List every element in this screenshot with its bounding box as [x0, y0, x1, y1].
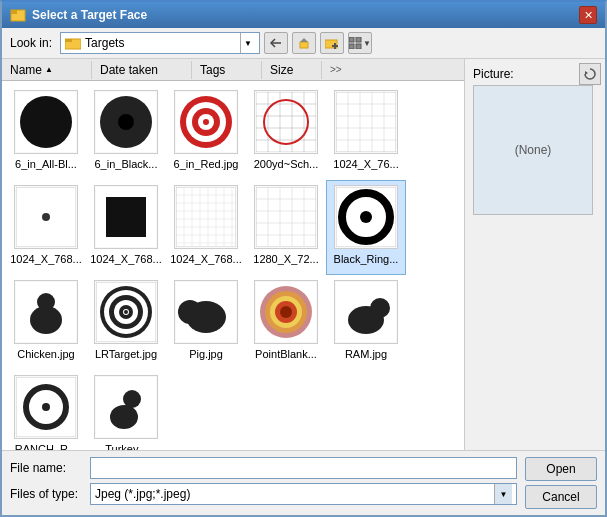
files-of-type-combo[interactable]: Jpeg (*.jpg;*.jpeg) ▼	[90, 483, 517, 505]
file-item[interactable]: 1024_X_768...	[6, 180, 86, 275]
preview-none-text: (None)	[515, 143, 552, 157]
file-thumbnail	[334, 185, 398, 249]
svg-point-93	[178, 300, 202, 324]
preview-refresh-button[interactable]	[579, 63, 601, 85]
look-in-value: Targets	[85, 36, 124, 50]
file-item[interactable]: 6_in_Black...	[86, 85, 166, 180]
file-name-input[interactable]	[90, 457, 517, 479]
col-date[interactable]: Date taken	[92, 61, 192, 79]
svg-point-78	[360, 211, 372, 223]
svg-point-15	[20, 96, 72, 148]
svg-point-102	[370, 298, 390, 318]
select-target-face-dialog: Select a Target Face ✕ Look in: Targets …	[0, 0, 607, 517]
file-item[interactable]: 6_in_Red.jpg	[166, 85, 246, 180]
file-item[interactable]: Black_Ring...	[326, 180, 406, 275]
svg-point-49	[42, 213, 50, 221]
cancel-button[interactable]: Cancel	[525, 485, 597, 509]
svg-marker-109	[585, 71, 588, 75]
svg-point-24	[203, 119, 209, 125]
look-in-arrow[interactable]: ▼	[240, 33, 255, 53]
file-item[interactable]: LRTarget.jpg	[86, 275, 166, 370]
bottom-form-area: File name: Files of type: Jpeg (*.jpg;*.…	[10, 457, 597, 509]
file-thumbnail	[254, 90, 318, 154]
file-thumbnail	[14, 280, 78, 344]
svg-rect-10	[349, 37, 354, 42]
open-button[interactable]: Open	[525, 457, 597, 481]
file-name: Chicken.jpg	[17, 348, 74, 361]
filename-row: File name:	[10, 457, 517, 479]
file-item[interactable]: 200yd~Sch...	[246, 85, 326, 180]
svg-rect-67	[256, 187, 316, 247]
file-thumbnail	[94, 280, 158, 344]
svg-rect-13	[356, 44, 361, 49]
dialog-title: Select a Target Face	[32, 8, 147, 22]
col-size[interactable]: Size	[262, 61, 322, 79]
svg-point-107	[110, 405, 138, 429]
svg-point-82	[37, 293, 55, 311]
file-item[interactable]: Chicken.jpg	[6, 275, 86, 370]
file-thumbnail	[14, 185, 78, 249]
file-item[interactable]: 6_in_All-Bl...	[6, 85, 86, 180]
svg-rect-3	[65, 39, 72, 42]
file-item[interactable]: 1280_X_72...	[246, 180, 326, 275]
col-tags[interactable]: Tags	[192, 61, 262, 79]
file-item[interactable]: 1024_X_768...	[86, 180, 166, 275]
preview-panel: Picture: (None)	[465, 59, 605, 450]
main-content: Name ▲ Date taken Tags Size >> 6_in_All-…	[2, 59, 605, 450]
button-group: Open Cancel	[525, 457, 597, 509]
close-button[interactable]: ✕	[579, 6, 597, 24]
svg-rect-5	[300, 42, 308, 48]
toolbar: Look in: Targets ▼	[2, 28, 605, 59]
title-bar: Select a Target Face ✕	[2, 2, 605, 28]
file-thumbnail	[94, 375, 158, 439]
file-thumbnail	[14, 90, 78, 154]
refresh-icon	[583, 67, 597, 81]
file-thumbnail	[174, 185, 238, 249]
sort-arrow: ▲	[45, 65, 53, 74]
files-of-type-arrow[interactable]: ▼	[494, 484, 512, 504]
file-name: PointBlank...	[255, 348, 317, 361]
up-button[interactable]	[292, 32, 316, 54]
folder-icon	[65, 36, 81, 50]
views-icon	[349, 37, 363, 49]
file-thumbnail	[94, 90, 158, 154]
file-item[interactable]: RANCH_R...	[6, 370, 86, 450]
svg-rect-39	[336, 92, 396, 152]
preview-area: (None)	[473, 85, 593, 215]
file-thumbnail	[94, 185, 158, 249]
files-of-type-label: Files of type:	[10, 487, 90, 501]
file-item[interactable]: Turkey...	[86, 370, 166, 450]
file-item[interactable]: PointBlank...	[246, 275, 326, 370]
svg-point-99	[280, 306, 292, 318]
file-name: 1024_X_76...	[333, 158, 398, 171]
col-more[interactable]: >>	[322, 62, 346, 77]
file-item[interactable]: 1024_X_768...	[166, 180, 246, 275]
col-name[interactable]: Name ▲	[2, 61, 92, 79]
views-button[interactable]: ▼	[348, 32, 372, 54]
file-item[interactable]: RAM.jpg	[326, 275, 406, 370]
file-item[interactable]: Pig.jpg	[166, 275, 246, 370]
file-name: 6_in_All-Bl...	[15, 158, 77, 171]
new-folder-button[interactable]	[320, 32, 344, 54]
svg-point-105	[42, 403, 50, 411]
filetype-row: Files of type: Jpeg (*.jpg;*.jpeg) ▼	[10, 483, 517, 505]
file-item[interactable]: 1024_X_76...	[326, 85, 406, 180]
look-in-label: Look in:	[10, 36, 52, 50]
form-fields: File name: Files of type: Jpeg (*.jpg;*.…	[10, 457, 517, 509]
file-name: 1024_X_768...	[90, 253, 162, 266]
file-name-label: File name:	[10, 461, 90, 475]
preview-label: Picture:	[473, 67, 514, 81]
file-thumbnail	[174, 90, 238, 154]
svg-rect-51	[106, 197, 146, 237]
file-name: LRTarget.jpg	[95, 348, 157, 361]
svg-rect-11	[356, 37, 361, 42]
file-name: 1024_X_768...	[170, 253, 242, 266]
svg-rect-12	[349, 44, 354, 49]
look-in-combo[interactable]: Targets ▼	[60, 32, 260, 54]
file-name: Pig.jpg	[189, 348, 223, 361]
back-button[interactable]	[264, 32, 288, 54]
column-headers: Name ▲ Date taken Tags Size >>	[2, 59, 464, 81]
files-of-type-value: Jpeg (*.jpg;*.jpeg)	[95, 487, 190, 501]
file-thumbnail	[254, 185, 318, 249]
file-grid[interactable]: 6_in_All-Bl...6_in_Black...6_in_Red.jpg2…	[2, 81, 464, 450]
